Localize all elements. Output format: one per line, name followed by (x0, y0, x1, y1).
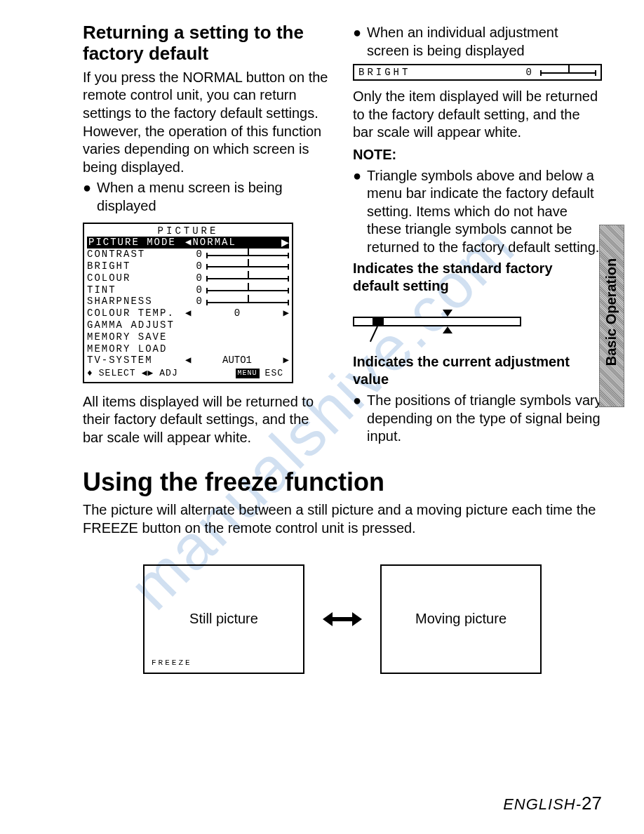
menu-row-highlighted: PICTURE MODE ◀NORMAL ▶ (87, 237, 289, 249)
menu-row: SHARPNESS0 (87, 296, 289, 307)
left-arrow-icon: ◀ (185, 307, 191, 319)
side-tab: Basic Operation (599, 225, 624, 407)
menu-row-value: 0 (185, 284, 206, 296)
menu-row-value: 0 (185, 272, 206, 284)
menu-row-label: GAMMA ADJUST (87, 319, 185, 331)
after-bright-text: Only the item displayed will be returned… (353, 88, 602, 142)
menu-row-value: AUTO1 (191, 355, 283, 366)
menu-bar (206, 274, 289, 282)
bullet-dot-icon: ● (353, 392, 361, 409)
menu-title: PICTURE (87, 225, 289, 237)
indicator-bar (353, 317, 521, 326)
page-footer: ENGLISH-27 (503, 793, 602, 814)
pointer-line-icon (370, 326, 378, 342)
bullet-text: When an individual adjustment screen is … (367, 24, 602, 60)
footer-select: SELECT (99, 368, 136, 379)
indicator-fill (373, 318, 384, 325)
section1-heading: Returning a setting to the factory defau… (83, 22, 332, 65)
menu-row-label: PICTURE MODE (87, 237, 185, 249)
menu-row-value: 0 (185, 260, 206, 272)
menu-bar (206, 262, 289, 270)
leftright-icon: ◀▶ (142, 368, 154, 379)
menu-row-label: TV-SYSTEM (87, 355, 185, 366)
bullet-dot-icon: ● (83, 179, 91, 196)
footer-adj: ADJ (159, 368, 177, 379)
positions-text: The positions of triangle symbols vary d… (367, 392, 602, 446)
bullet-text: When a menu screen is being displayed (97, 179, 332, 215)
menu-row: GAMMA ADJUST (87, 319, 289, 331)
menu-button-icon: MENU (236, 369, 260, 378)
menu-row: COLOUR0 (87, 272, 289, 284)
menu-row-label: COLOUR (87, 272, 185, 284)
moving-picture-label: Moving picture (415, 611, 507, 627)
menu-row: MEMORY LOAD (87, 343, 289, 355)
menu-row-value: 0 (185, 296, 206, 307)
bullet-dot-icon: ● (353, 167, 361, 184)
footer-esc: ESC (265, 368, 283, 379)
freeze-diagram: Still picture FREEZE Moving picture (83, 564, 602, 674)
menu-row: MEMORY SAVE (87, 331, 289, 343)
left-arrow-icon: ◀ (185, 355, 191, 366)
menu-row: TINT0 (87, 284, 289, 296)
bright-box: BRIGHT 0 (353, 64, 602, 81)
bullet-menu-screen: ● When a menu screen is being displayed (83, 179, 332, 215)
menu-row-label: BRIGHT (87, 260, 185, 272)
section1-intro: If you press the NORMAL button on the re… (83, 69, 332, 177)
menu-row: COLOUR TEMP.◀0▶ (87, 307, 289, 319)
menu-row-label: TINT (87, 284, 185, 296)
bright-label: BRIGHT (358, 67, 519, 78)
triangle-down-icon (443, 310, 452, 317)
bullet-individual: ● When an individual adjustment screen i… (353, 24, 602, 60)
side-tab-label: Basic Operation (603, 221, 619, 404)
picture-menu: PICTURE PICTURE MODE ◀NORMAL ▶ CONTRAST0… (83, 223, 293, 383)
menu-row-label: MEMORY SAVE (87, 331, 185, 343)
right-arrow-icon: ▶ (283, 307, 289, 319)
freeze-tag: FREEZE (152, 658, 192, 667)
still-picture-box: Still picture FREEZE (143, 564, 304, 674)
section2-heading: Using the freeze function (83, 468, 602, 497)
footer-lang: ENGLISH- (503, 795, 582, 813)
right-arrow-icon: ▶ (283, 355, 289, 366)
menu-row-label: CONTRAST (87, 249, 185, 260)
indicates-default: Indicates the standard factory default s… (353, 260, 602, 296)
moving-picture-box: Moving picture (380, 564, 542, 674)
positions-bullet: ● The positions of triangle symbols vary… (353, 392, 602, 446)
menu-bar (206, 286, 289, 294)
menu-row: BRIGHT0 (87, 260, 289, 272)
after-menu-text: All items displayed will be returned to … (83, 393, 332, 447)
menu-row: CONTRAST0 (87, 249, 289, 260)
triangle-up-icon (443, 326, 452, 333)
section2-intro: The picture will alternate between a sti… (83, 501, 602, 537)
menu-footer: ♦ SELECT ◀▶ ADJ MENU ESC (87, 368, 289, 379)
menu-row: TV-SYSTEM◀AUTO1▶ (87, 355, 289, 366)
note-bullet: ● Triangle symbols above and below a men… (353, 167, 602, 257)
menu-bar (206, 251, 289, 259)
menu-row-label: COLOUR TEMP. (87, 307, 185, 319)
page-number: 27 (582, 793, 602, 814)
updown-icon: ♦ (87, 368, 93, 379)
bright-value: 0 (519, 67, 540, 78)
menu-row-value: 0 (191, 307, 283, 319)
double-arrow-icon (323, 612, 362, 626)
note-label: NOTE: (353, 146, 602, 164)
bright-bar (540, 68, 596, 77)
menu-bar (206, 298, 289, 306)
menu-row-value: 0 (185, 249, 206, 260)
indicator-diagram (353, 301, 521, 343)
menu-row-label: SHARPNESS (87, 296, 185, 307)
bullet-dot-icon: ● (353, 24, 361, 41)
menu-row-label: MEMORY LOAD (87, 343, 185, 355)
still-picture-label: Still picture (189, 611, 258, 627)
menu-row-value: NORMAL (192, 237, 236, 248)
indicates-current: Indicates the current adjustment value (353, 353, 602, 389)
right-arrow-icon: ▶ (281, 237, 289, 249)
note-text: Triangle symbols above and below a menu … (367, 167, 602, 257)
